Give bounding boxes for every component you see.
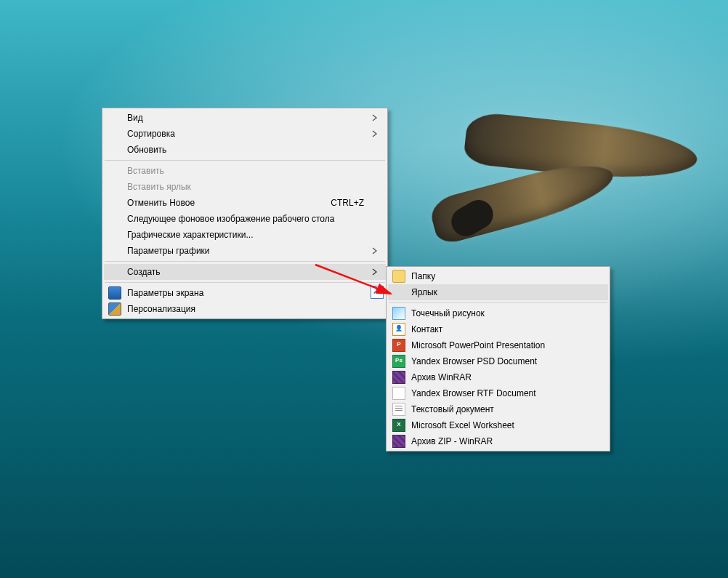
menu-label: Точечный рисунок xyxy=(411,308,485,318)
menu-label: Вставить ярлык xyxy=(127,182,191,192)
text-icon xyxy=(392,403,405,416)
menu-label: Персонализация xyxy=(127,304,195,314)
menu-paste-shortcut: Вставить ярлык xyxy=(104,179,386,195)
menu-shortcut: CTRL+Z xyxy=(331,198,364,208)
zip-icon xyxy=(392,435,405,448)
menu-refresh[interactable]: Обновить xyxy=(104,142,386,158)
chevron-right-icon xyxy=(371,247,379,254)
submenu-psd[interactable]: Ps Yandex Browser PSD Document xyxy=(388,353,608,369)
menu-separator xyxy=(389,302,607,303)
menu-view[interactable]: Вид xyxy=(104,110,386,126)
submenu-bitmap[interactable]: Точечный рисунок xyxy=(388,305,608,321)
new-submenu: Папку Ярлык Точечный рисунок 👤 Контакт P… xyxy=(386,266,610,451)
menu-label: Создать xyxy=(127,267,161,277)
menu-label: Microsoft PowerPoint Presentation xyxy=(411,340,545,350)
chevron-right-icon xyxy=(371,268,379,276)
menu-undo-new[interactable]: Отменить Новое CTRL+Z xyxy=(104,195,386,211)
folder-icon xyxy=(392,270,405,283)
desktop-context-menu: Вид Сортировка Обновить Вставить Вставит… xyxy=(102,108,388,319)
menu-label: Следующее фоновое изображение рабочего с… xyxy=(127,214,334,224)
submenu-rtf[interactable]: Yandex Browser RTF Document xyxy=(388,385,608,401)
menu-graphics-properties[interactable]: Графические характеристики... xyxy=(104,227,386,243)
menu-separator xyxy=(105,160,385,161)
menu-label: Обновить xyxy=(127,145,166,155)
menu-label: Архив ZIP - WinRAR xyxy=(411,436,493,446)
psd-icon: Ps xyxy=(392,355,405,368)
menu-label: Yandex Browser RTF Document xyxy=(411,388,536,398)
menu-paste: Вставить xyxy=(104,163,386,179)
submenu-powerpoint[interactable]: P Microsoft PowerPoint Presentation xyxy=(388,337,608,353)
menu-label: Вид xyxy=(127,113,143,123)
shortcut-icon xyxy=(392,286,405,299)
submenu-contact[interactable]: 👤 Контакт xyxy=(388,321,608,337)
excel-icon: X xyxy=(392,419,405,432)
menu-label: Microsoft Excel Worksheet xyxy=(411,420,514,430)
contact-icon: 👤 xyxy=(392,323,405,336)
submenu-shortcut[interactable]: Ярлык xyxy=(388,284,608,300)
personalize-icon xyxy=(108,302,121,316)
menu-next-wallpaper[interactable]: Следующее фоновое изображение рабочего с… xyxy=(104,211,386,227)
menu-graphics-options[interactable]: Параметры графики xyxy=(104,243,386,259)
menu-label: Параметры графики xyxy=(127,246,210,256)
menu-separator xyxy=(105,282,385,283)
menu-sort[interactable]: Сортировка xyxy=(104,126,386,142)
menu-label: Папку xyxy=(411,271,435,281)
submenu-excel[interactable]: X Microsoft Excel Worksheet xyxy=(388,417,608,433)
rar-icon xyxy=(392,371,405,384)
menu-label: Yandex Browser PSD Document xyxy=(411,356,537,366)
menu-label: Ярлык xyxy=(411,287,437,297)
chevron-right-icon xyxy=(371,130,379,137)
rtf-icon xyxy=(392,387,405,400)
bitmap-icon xyxy=(392,307,405,320)
menu-separator xyxy=(105,261,385,262)
menu-personalize[interactable]: Персонализация xyxy=(104,301,386,317)
menu-label: Графические характеристики... xyxy=(127,230,253,240)
display-icon xyxy=(108,286,121,300)
menu-new[interactable]: Создать xyxy=(104,264,386,280)
menu-label: Отменить Новое xyxy=(127,198,195,208)
menu-label: Текстовый документ xyxy=(411,404,494,414)
menu-label: Вставить xyxy=(127,166,164,176)
menu-label: Архив WinRAR xyxy=(411,372,472,382)
submenu-text[interactable]: Текстовый документ xyxy=(388,401,608,417)
chevron-right-icon xyxy=(371,114,379,121)
submenu-folder[interactable]: Папку xyxy=(388,268,608,284)
menu-display-settings[interactable]: Параметры экрана xyxy=(104,285,386,301)
menu-label: Сортировка xyxy=(127,129,175,139)
menu-label: Контакт xyxy=(411,324,442,334)
submenu-zip[interactable]: Архив ZIP - WinRAR xyxy=(388,433,608,449)
submenu-winrar[interactable]: Архив WinRAR xyxy=(388,369,608,385)
powerpoint-icon: P xyxy=(392,339,405,352)
menu-label: Параметры экрана xyxy=(127,288,203,298)
